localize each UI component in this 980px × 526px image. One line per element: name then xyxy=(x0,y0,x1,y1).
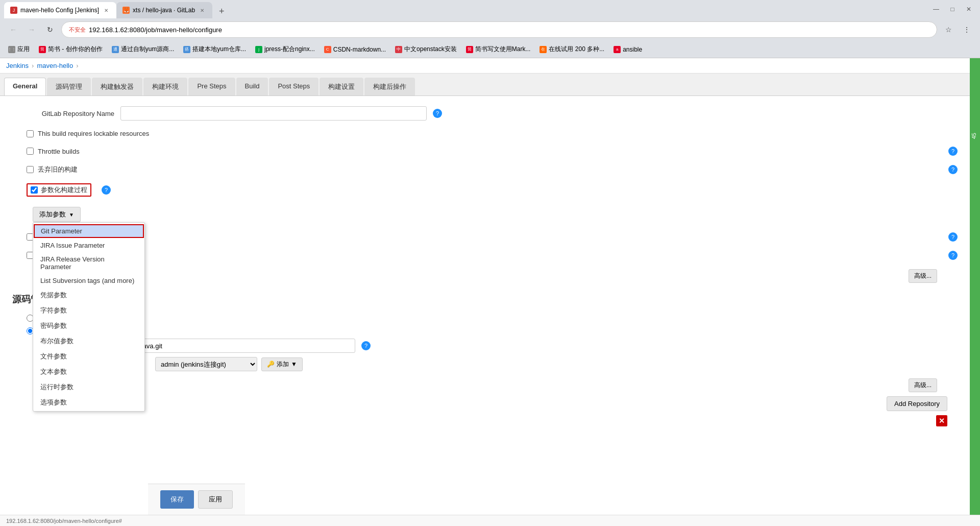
bookmark-jpress-label: jpress-配合nginx... xyxy=(264,45,315,54)
dropdown-item-git-param[interactable]: Git Parameter xyxy=(34,224,144,238)
bookmark-openstack-label: 中文openstack安装 xyxy=(404,45,457,54)
repo-advanced-button[interactable]: 高级... xyxy=(909,378,937,392)
tab-post[interactable]: 构建后操作 xyxy=(364,78,415,95)
tab-scm[interactable]: 源码管理 xyxy=(47,78,91,95)
csdn-icon: C xyxy=(324,46,331,53)
throttle-help[interactable]: ? xyxy=(948,147,958,156)
discard-builds-label: 丢弃旧的构建 xyxy=(38,165,78,174)
tab-poststeps[interactable]: Post Steps xyxy=(269,78,318,95)
forward-button[interactable]: → xyxy=(24,22,39,37)
bookmark-yum2[interactable]: 搭 搭建本地yum仓库... xyxy=(179,44,250,55)
minimize-button[interactable]: — xyxy=(929,2,943,16)
dropdown-item-credential[interactable]: 凭据参数 xyxy=(33,288,144,303)
concurrent-help[interactable]: ? xyxy=(948,251,958,260)
gitlab-repo-help[interactable]: ? xyxy=(433,109,442,118)
concurrent-build-row: 在必要的时候并发构建 ? xyxy=(12,249,958,262)
tab2-title: xts / hello-java · GitLab xyxy=(133,7,195,14)
dropdown-item-password[interactable]: 密码参数 xyxy=(33,318,144,333)
bookmark-yum2-label: 搭建本地yum仓库... xyxy=(192,45,246,54)
tab1-close[interactable]: ✕ xyxy=(102,6,110,14)
discard-builds-row: 丢弃旧的构建 ? xyxy=(12,163,958,176)
add-param-section: 添加参数 ▼ Git Parameter JIRA Issue Paramete… xyxy=(33,207,958,222)
bookmark-jianshu2[interactable]: 简 简书写文使用Mark... xyxy=(462,44,535,55)
jenkins-content: Jenkins › maven-hello › General 源码管理 构建触… xyxy=(0,58,980,515)
throttle-builds-label: Throttle builds xyxy=(38,148,80,155)
breadcrumb: Jenkins › maven-hello › xyxy=(0,58,970,74)
bookmark-openstack[interactable]: 中 中文openstack安装 xyxy=(391,44,461,55)
repo-url-row: Repositories ? xyxy=(43,339,958,353)
dropdown-item-boolean[interactable]: 布尔值参数 xyxy=(33,333,144,349)
online-icon: 在 xyxy=(540,46,547,53)
bookmark-csdn[interactable]: C CSDN-markdown... xyxy=(320,45,390,54)
dropdown-item-string[interactable]: 字符参数 xyxy=(33,303,144,318)
dropdown-item-choice[interactable]: 选项参数 xyxy=(33,395,144,410)
lockable-resources-checkbox[interactable] xyxy=(27,130,34,137)
discard-builds-checkbox[interactable] xyxy=(27,166,34,173)
bookmark-star[interactable]: ☆ xyxy=(941,22,955,37)
add-credentials-button[interactable]: 🔑 添加 ▼ xyxy=(261,357,303,371)
browser-menu[interactable]: ⋮ xyxy=(960,22,974,37)
repositories-section: Repositories ? Credentials admin (jenkin… xyxy=(43,339,958,411)
bookmark-jianshu2-label: 简书写文使用Mark... xyxy=(475,45,531,54)
dropdown-item-jira-issue[interactable]: JIRA Issue Parameter xyxy=(33,238,144,252)
bookmark-online[interactable]: 在 在线试用 200 多种... xyxy=(535,44,608,55)
bookmark-online-label: 在线试用 200 多种... xyxy=(549,45,604,54)
dropdown-item-file[interactable]: 文件参数 xyxy=(33,349,144,364)
breadcrumb-sep2: › xyxy=(76,62,78,69)
browser-tab-2[interactable]: 🦊 xts / hello-java · GitLab ✕ xyxy=(116,2,212,18)
parameterize-help[interactable]: ? xyxy=(102,185,111,195)
dropdown-item-runtime[interactable]: 运行时参数 xyxy=(33,379,144,395)
gitlab-repo-label: GitLab Repository Name xyxy=(12,110,114,117)
bookmark-yum1[interactable]: 通 通过自制yum源商... xyxy=(108,44,179,55)
bookmark-ansible[interactable]: a ansible xyxy=(609,45,646,54)
credentials-select[interactable]: admin (jenkins连接git) xyxy=(155,357,257,371)
apply-button[interactable]: 应用 xyxy=(198,490,233,509)
gitlab-repo-input[interactable] xyxy=(120,106,427,121)
tab-build[interactable]: Build xyxy=(236,78,268,95)
back-button[interactable]: ← xyxy=(6,22,20,37)
browser-tab-1[interactable]: J maven-hello Config [Jenkins] ✕ xyxy=(4,2,116,18)
tab-general[interactable]: General xyxy=(4,78,46,95)
window-controls: — □ ✕ xyxy=(929,2,976,16)
delete-button[interactable]: ✕ xyxy=(936,415,947,426)
bookmark-jpress[interactable]: j jpress-配合nginx... xyxy=(251,44,319,55)
address-input-container[interactable]: 不安全 192.168.1.62:8080/job/maven-hello/co… xyxy=(61,21,937,38)
bookmark-jianshu[interactable]: 简 简书 - 创作你的创作 xyxy=(35,44,107,55)
close-build-help[interactable]: ? xyxy=(948,232,958,242)
breadcrumb-maven-hello[interactable]: maven-hello xyxy=(37,62,73,69)
credentials-row: Credentials admin (jenkins连接git) 🔑 添加 ▼ xyxy=(100,357,958,371)
save-button[interactable]: 保存 xyxy=(160,490,194,509)
tab-bar: J maven-hello Config [Jenkins] ✕ 🦊 xts /… xyxy=(4,0,927,18)
jenkins-favicon: J xyxy=(10,7,17,14)
repo-url-help[interactable]: ? xyxy=(361,341,371,350)
parameterize-row: 参数化构建过程 ? xyxy=(12,181,958,199)
tab1-title: maven-hello Config [Jenkins] xyxy=(20,7,99,14)
tab-triggers[interactable]: 构建触发器 xyxy=(92,78,142,95)
add-credentials-label: 添加 xyxy=(277,360,289,369)
tab-settings[interactable]: 构建设置 xyxy=(320,78,363,95)
discard-help[interactable]: ? xyxy=(948,165,958,174)
right-panel-button[interactable]: 45 xyxy=(970,130,978,142)
jianshu-icon: 简 xyxy=(39,46,46,53)
close-button[interactable]: ✕ xyxy=(962,2,976,16)
config-tabs: General 源码管理 构建触发器 构建环境 Pre Steps Build … xyxy=(0,74,970,96)
breadcrumb-jenkins[interactable]: Jenkins xyxy=(6,62,29,69)
throttle-builds-checkbox[interactable] xyxy=(27,148,34,155)
add-param-button[interactable]: 添加参数 ▼ xyxy=(33,207,81,222)
dropdown-item-jira-release[interactable]: JIRA Release Version Parameter xyxy=(33,252,144,274)
maximize-button[interactable]: □ xyxy=(945,2,960,16)
parameterize-checkbox[interactable] xyxy=(31,186,38,194)
lockable-resources-row: This build requires lockable resources xyxy=(12,128,958,139)
dropdown-item-text[interactable]: 文本参数 xyxy=(33,364,144,379)
dropdown-item-list-subversion[interactable]: List Subversion tags (and more) xyxy=(33,274,144,288)
bookmark-apps[interactable]: ⋮⋮ 应用 xyxy=(4,44,34,55)
add-repository-button[interactable]: Add Repository xyxy=(887,396,947,411)
new-tab-button[interactable]: + xyxy=(214,4,229,18)
advanced-button[interactable]: 高级... xyxy=(909,269,937,283)
bookmark-csdn-label: CSDN-markdown... xyxy=(333,46,386,53)
tab-presteps[interactable]: Pre Steps xyxy=(188,78,235,95)
repo-advanced-row: 高级... xyxy=(43,376,947,392)
tab-env[interactable]: 构建环境 xyxy=(143,78,187,95)
tab2-close[interactable]: ✕ xyxy=(198,6,206,14)
reload-button[interactable]: ↻ xyxy=(43,22,57,37)
